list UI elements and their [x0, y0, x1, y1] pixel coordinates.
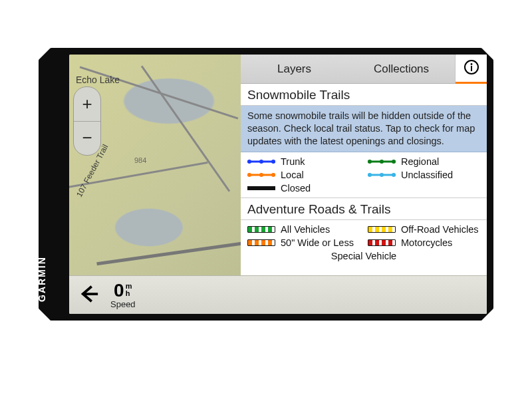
swatch-unclassified [368, 172, 396, 178]
legend-snowmobile: Trunk Regional Local Unclassified [241, 152, 487, 198]
swatch-closed [247, 185, 275, 192]
zoom-control: + − [73, 86, 101, 156]
tab-info[interactable] [455, 55, 487, 83]
swatch-motorcycles [368, 239, 396, 246]
legend-label: Local [281, 170, 304, 180]
legend-label: Regional [401, 156, 439, 167]
section-title-adventure: Adventure Roads & Trails [241, 198, 487, 220]
section-title-snowmobile: Snowmobile Trails [241, 84, 487, 106]
legend-label: Unclassified [401, 170, 453, 180]
legend-label: 50" Wide or Less [281, 237, 354, 248]
swatch-50wide [247, 239, 275, 246]
swatch-trunk [247, 158, 275, 165]
tab-collections[interactable]: Collections [348, 55, 455, 83]
svg-rect-2 [471, 66, 472, 71]
status-bar: 0 m h Speed [69, 275, 487, 314]
swatch-all-vehicles [247, 226, 275, 233]
legend-item-motorcycles: Motorcycles [368, 237, 480, 248]
legend-label: Closed [281, 183, 311, 194]
legend-item-trunk: Trunk [247, 156, 360, 167]
legend-adventure: All Vehicles Off-Road Vehicles 50" Wide … [241, 220, 487, 265]
back-button[interactable] [69, 276, 109, 314]
speed-readout[interactable]: 0 m h Speed [110, 281, 136, 309]
legend-label: All Vehicles [281, 224, 330, 235]
legend-item-offroad: Off-Road Vehicles [368, 224, 480, 235]
legend-label: Motorcycles [401, 237, 452, 248]
arrow-left-icon [79, 284, 99, 307]
panel-tabs: Layers Collections [241, 55, 487, 84]
legend-label: Special Vehicle [331, 251, 396, 261]
svg-point-1 [470, 63, 472, 65]
screen: Echo Lake 107 Feeder Trail 984 Direction… [69, 55, 487, 314]
speed-unit-bottom: h [126, 290, 132, 297]
brand-logo: GARMIN [37, 256, 47, 302]
swatch-offroad [368, 226, 396, 233]
snowmobile-notice[interactable]: Some snowmobile trails will be hidden ou… [241, 106, 487, 152]
legend-item-all-vehicles: All Vehicles [247, 224, 360, 235]
legend-item-closed: Closed [247, 183, 360, 194]
zoom-out-button[interactable]: − [74, 122, 100, 156]
swatch-regional [368, 158, 396, 165]
legend-item-50wide: 50" Wide or Less [247, 237, 360, 248]
legend-label: Trunk [281, 156, 305, 167]
legend-item-local: Local [247, 170, 360, 180]
legend-item-special: Special Vehicle [247, 251, 480, 261]
map-label-echo-lake: Echo Lake [76, 74, 120, 85]
legend-label: Off-Road Vehicles [401, 224, 479, 235]
tab-layers[interactable]: Layers [241, 55, 348, 83]
map-label-road-984: 984 [134, 156, 146, 164]
legend-item-unclassified: Unclassified [368, 170, 480, 180]
zoom-in-button[interactable]: + [74, 87, 100, 122]
info-icon [464, 59, 479, 78]
swatch-local [247, 172, 275, 178]
info-panel: Layers Collections Snowmobile Trails Som… [241, 55, 487, 275]
legend-item-regional: Regional [368, 156, 480, 167]
speed-value: 0 [114, 281, 124, 300]
gps-device-frame: GARMIN Echo Lake 107 Feeder Trail 984 Di… [39, 48, 493, 321]
speed-label: Speed [110, 300, 136, 309]
